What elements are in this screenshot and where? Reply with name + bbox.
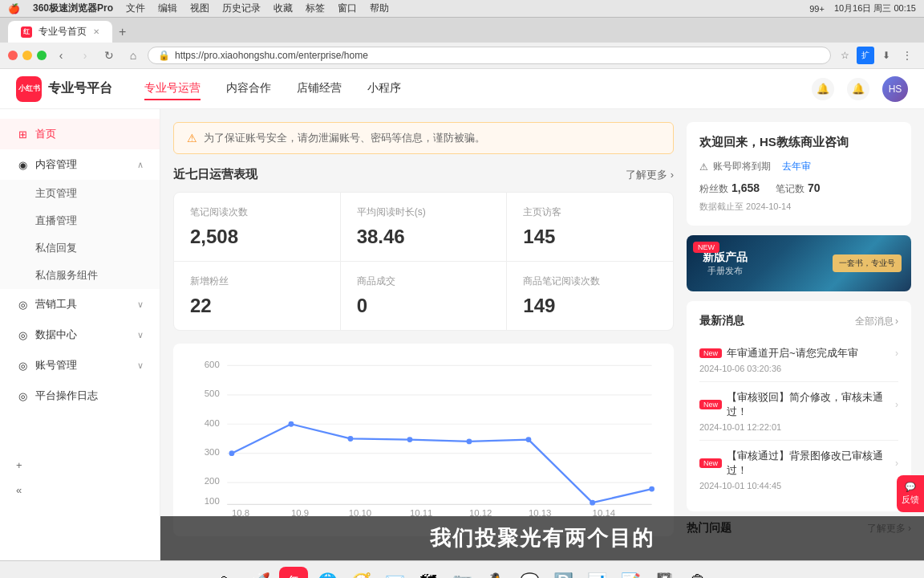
extensions-button[interactable]: 扩 bbox=[857, 47, 874, 64]
fullscreen-window-button[interactable] bbox=[37, 51, 47, 60]
feedback-button[interactable]: 💬 反馈 bbox=[897, 475, 924, 512]
performance-link[interactable]: 了解更多 › bbox=[626, 168, 674, 182]
menu-file[interactable]: 文件 bbox=[126, 2, 145, 15]
dock-chrome[interactable]: 🌐 bbox=[313, 567, 342, 579]
dock-excel[interactable]: 📊 bbox=[582, 567, 611, 579]
browser-tab[interactable]: 红 专业号首页 ✕ bbox=[8, 21, 112, 43]
bell-icon[interactable]: 🔔 bbox=[812, 78, 834, 100]
sidebar-item-account[interactable]: ◎ 账号管理 ∨ bbox=[0, 350, 160, 381]
news-arrow-1: › bbox=[895, 348, 898, 359]
app-container: 小红书 专业号平台 专业号运营 内容合作 店铺经营 小程序 🔔 🔔 HS ⊞ 首… bbox=[0, 69, 924, 560]
chart-point-2 bbox=[289, 421, 294, 427]
logo: 小红书 专业号平台 bbox=[16, 76, 112, 102]
settings-button[interactable]: ⋮ bbox=[898, 47, 916, 64]
dock-map[interactable]: 🗺 bbox=[414, 567, 443, 579]
dock-qq[interactable]: 🐧 bbox=[481, 567, 510, 579]
menu-edit[interactable]: 编辑 bbox=[158, 2, 177, 15]
news-item-3[interactable]: New 【审核通过】背景图修改已审核通过！ › 2024-10-01 10:44… bbox=[699, 441, 898, 499]
sidebar-item-dm-service[interactable]: 私信服务组件 bbox=[0, 262, 160, 289]
news-item-1[interactable]: New 年审通道开启~请您完成年审 › 2024-10-06 03:20:36 bbox=[699, 338, 898, 382]
news-arrow-2: › bbox=[895, 399, 898, 410]
top-navigation: 小红书 专业号平台 专业号运营 内容合作 店铺经营 小程序 🔔 🔔 HS bbox=[0, 69, 924, 109]
stat-card-fans: 新增粉丝 22 bbox=[174, 262, 340, 330]
sidebar-item-content[interactable]: ◉ 内容管理 ∧ bbox=[0, 149, 160, 180]
menu-tabs[interactable]: 标签 bbox=[306, 2, 325, 15]
dock-photoshop[interactable]: 🅿️ bbox=[549, 567, 578, 579]
subtitle-overlay: 我们投聚光有两个目的 bbox=[160, 516, 924, 560]
stat-card-visitors: 主页访客 145 bbox=[507, 193, 673, 261]
dock-notes[interactable]: 📓 bbox=[650, 567, 679, 579]
sidebar-item-marketing[interactable]: ◎ 营销工具 ∨ bbox=[0, 289, 160, 320]
chart-container: 600 500 400 300 200 100 bbox=[173, 344, 674, 536]
content-side: 欢迎回来，HS教练商业咨询 ⚠ 账号即将到期 去年审 粉丝数1,658 笔记数7… bbox=[687, 122, 911, 547]
minimize-window-button[interactable] bbox=[22, 51, 32, 60]
stat-card-reads: 笔记阅读次数 2,508 bbox=[174, 193, 340, 261]
url-bar[interactable]: 🔒 https://pro.xiaohongshu.com/enterprise… bbox=[148, 47, 831, 64]
menu-view[interactable]: 视图 bbox=[190, 2, 209, 15]
sidebar-item-dm[interactable]: 私信回复 bbox=[0, 234, 160, 262]
close-window-button[interactable] bbox=[8, 51, 18, 60]
back-button[interactable]: ‹ bbox=[51, 46, 71, 65]
download-button[interactable]: ⬇ bbox=[877, 47, 895, 64]
home-button[interactable]: ⌂ bbox=[124, 46, 143, 65]
performance-title: 近七日运营表现 bbox=[173, 167, 257, 182]
menu-history[interactable]: 历史记录 bbox=[222, 2, 261, 15]
dock-word[interactable]: 📝 bbox=[616, 567, 645, 579]
dock-safari[interactable]: 🧭 bbox=[346, 567, 375, 579]
refresh-button[interactable]: ↻ bbox=[99, 46, 119, 65]
chart-point-8 bbox=[649, 486, 654, 492]
sidebar-collapse-button[interactable]: « bbox=[16, 478, 144, 503]
dock-photos[interactable]: 📷 bbox=[448, 567, 476, 579]
stat-label-duration: 平均阅读时长(s) bbox=[357, 206, 491, 219]
account-warning: ⚠ 账号即将到期 去年审 bbox=[699, 160, 898, 173]
renew-link[interactable]: 去年审 bbox=[782, 160, 811, 173]
stat-card-product-reads: 商品笔记阅读次数 149 bbox=[507, 262, 673, 330]
dock-xiaohongshu[interactable]: 红 bbox=[279, 567, 308, 579]
stat-value-newfans: 22 bbox=[190, 295, 324, 317]
banner-sub-text: 手册发布 bbox=[707, 265, 743, 277]
line-chart: 600 500 400 300 200 100 bbox=[186, 356, 661, 521]
new-tab-button[interactable]: + bbox=[119, 25, 126, 39]
news-item-2[interactable]: New 【审核驳回】简介修改，审核未通过！ › 2024-10-01 12:22… bbox=[699, 382, 898, 441]
sidebar-item-data[interactable]: ◎ 数据中心 ∨ bbox=[0, 320, 160, 350]
stat-value-product-reads: 149 bbox=[523, 295, 657, 317]
dock-mail[interactable]: ✉️ bbox=[380, 567, 409, 579]
performance-header: 近七日运营表现 了解更多 › bbox=[173, 167, 674, 182]
menu-bookmarks[interactable]: 收藏 bbox=[274, 2, 293, 15]
menu-window[interactable]: 窗口 bbox=[338, 2, 357, 15]
banner-cta-button[interactable]: 一套书，专业号 bbox=[833, 254, 902, 272]
nav-item-miniapp[interactable]: 小程序 bbox=[367, 78, 401, 100]
tab-close-button[interactable]: ✕ bbox=[93, 27, 99, 36]
dock-trash[interactable]: 🗑 bbox=[683, 567, 712, 579]
forward-button[interactable]: › bbox=[75, 46, 95, 65]
chart-point-7 bbox=[590, 500, 595, 506]
star-button[interactable]: ☆ bbox=[836, 47, 853, 64]
new-badge: NEW bbox=[693, 242, 719, 253]
notification-icon[interactable]: 🔔 bbox=[847, 78, 869, 100]
nav-item-operations[interactable]: 专业号运营 bbox=[144, 78, 201, 100]
promo-banner[interactable]: NEW 新版产品 手册发布 一套书，专业号 bbox=[687, 235, 911, 291]
user-avatar[interactable]: HS bbox=[882, 76, 908, 102]
dock-launchpad[interactable]: 🚀 bbox=[245, 567, 274, 579]
nav-item-content[interactable]: 内容合作 bbox=[226, 78, 271, 100]
news-title: 最新消息 bbox=[699, 314, 744, 328]
menu-help[interactable]: 帮助 bbox=[370, 2, 389, 15]
nav-item-store[interactable]: 店铺经营 bbox=[297, 78, 342, 100]
new-tag-3: New bbox=[699, 458, 722, 468]
feedback-icon: 💬 bbox=[905, 482, 916, 492]
all-news-link[interactable]: 全部消息 › bbox=[855, 315, 898, 328]
sidebar-add-button[interactable]: + bbox=[16, 453, 144, 478]
dock-finder[interactable]: 🗂 bbox=[212, 567, 241, 579]
main-layout: ⊞ 首页 ◉ 内容管理 ∧ 主页管理 直播管理 私信回复 私信服务组件 ◎ 营销… bbox=[0, 109, 924, 560]
sidebar-item-homepage[interactable]: 主页管理 bbox=[0, 180, 160, 207]
sidebar-item-log[interactable]: ◎ 平台操作日志 bbox=[0, 381, 160, 411]
sidebar-item-live[interactable]: 直播管理 bbox=[0, 207, 160, 234]
news-card: 最新消息 全部消息 › New 年审通道开启~请您完成年审 › 2024-10-… bbox=[687, 301, 911, 511]
chart-point-1 bbox=[229, 450, 235, 456]
sidebar: ⊞ 首页 ◉ 内容管理 ∧ 主页管理 直播管理 私信回复 私信服务组件 ◎ 营销… bbox=[0, 109, 160, 560]
app-name[interactable]: 360极速浏览器Pro bbox=[33, 2, 113, 15]
warning-icon: ⚠ bbox=[187, 132, 197, 144]
sidebar-item-home[interactable]: ⊞ 首页 bbox=[0, 119, 160, 149]
dock-wechat[interactable]: 💬 bbox=[515, 567, 544, 579]
apple-menu[interactable]: 🍎 bbox=[8, 3, 20, 14]
